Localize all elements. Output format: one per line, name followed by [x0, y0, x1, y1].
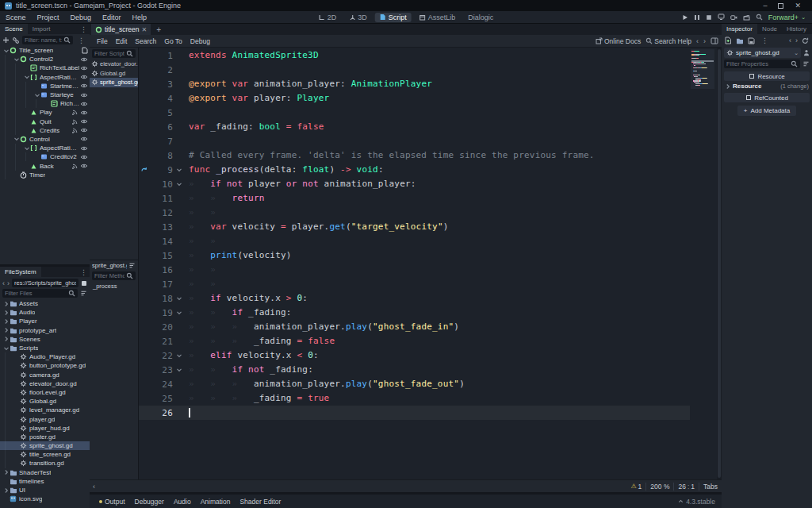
workspace-tab-assetlib[interactable]: AssetLib — [415, 13, 461, 22]
new-scene-tab-button[interactable]: + — [153, 25, 164, 34]
scene-filter-input[interactable]: Filter: name, t:type — [22, 36, 73, 44]
signal-connection-icon[interactable] — [71, 118, 79, 125]
maximize-button[interactable] — [778, 3, 783, 9]
code-area[interactable]: 1extends AnimatedSprite3D23@export var a… — [139, 48, 722, 479]
collapse-arrow-icon[interactable] — [2, 469, 10, 475]
code-line-12[interactable]: 12» » — [139, 206, 690, 220]
scene-node-richtextlabel[interactable]: RichTextLabel — [0, 99, 90, 108]
fs-item-shadertest[interactable]: ShaderTest — [0, 468, 90, 477]
filter-scripts-input[interactable]: Filter Scripts — [92, 49, 136, 58]
tab-history[interactable]: History — [782, 24, 811, 34]
fs-item-player-gd[interactable]: player.gd — [0, 414, 90, 423]
fs-item-global-gd[interactable]: Global.gd — [0, 397, 90, 406]
visibility-eye-icon[interactable] — [80, 145, 88, 152]
minimize-button[interactable]: – — [763, 2, 767, 10]
scene-node-quit[interactable]: Quit — [0, 117, 90, 126]
fs-item-transition-gd[interactable]: transition.gd — [0, 459, 90, 468]
fs-item-ui[interactable]: UI — [0, 486, 90, 495]
signal-connection-icon[interactable] — [71, 127, 79, 134]
bottom-tab-shader-editor[interactable]: Shader Editor — [235, 498, 285, 506]
collapse-arrow-icon[interactable] — [2, 301, 10, 307]
menu-editor[interactable]: Editor — [97, 13, 127, 21]
code-line-22[interactable]: 22» elif velocity.x < 0: — [139, 348, 690, 363]
fs-path-field[interactable]: res://Scripts/sprite_ghost.g — [12, 279, 79, 287]
movie-clapper-button[interactable] — [743, 14, 750, 21]
edited-object-selector[interactable]: sprite_ghost.gd ⌄ — [724, 48, 801, 58]
workspace-tab-3d[interactable]: 3D — [344, 13, 372, 22]
filesystem-menu-dots-icon[interactable]: ⋮ — [78, 268, 90, 276]
fs-forward-button[interactable]: › — [7, 279, 10, 287]
visibility-eye-icon[interactable] — [80, 92, 88, 98]
code-line-19[interactable]: 19» » if _fading: — [139, 306, 690, 320]
menu-help[interactable]: Help — [127, 13, 153, 21]
code-line-4[interactable]: 4@export var player: Player — [139, 91, 690, 106]
zoom-level[interactable]: 200 % — [646, 483, 673, 491]
tab-inspector[interactable]: Inspector — [722, 24, 757, 34]
scene-node-play[interactable]: Play — [0, 108, 90, 117]
resource-section-row[interactable]: Resource (1 change) — [722, 81, 812, 91]
code-line-25[interactable]: 25» » » _fading = true — [139, 391, 690, 406]
close-icon[interactable]: ✕ — [141, 26, 147, 33]
code-line-11[interactable]: 11» » return — [139, 191, 690, 206]
fs-item-elevator-door-gd[interactable]: elevator_door.gd — [0, 379, 90, 388]
workspace-tab-script[interactable]: Script — [375, 13, 412, 22]
fs-item-audio-player-gd[interactable]: Audio_Player.gd — [0, 352, 90, 361]
scene-node-starteye[interactable]: Starteye — [0, 90, 90, 99]
visibility-eye-icon[interactable] — [80, 136, 88, 142]
fs-item-audio[interactable]: Audio — [0, 308, 90, 317]
fs-item-icon-svg[interactable]: icon.svg — [0, 495, 90, 503]
code-line-15[interactable]: 15» print(velocity) — [139, 248, 690, 263]
bottom-tab-debugger[interactable]: Debugger — [130, 498, 169, 506]
scene-node-back[interactable]: Back — [0, 161, 90, 170]
fs-item-poster-gd[interactable]: poster.gd — [0, 433, 90, 441]
tab-node[interactable]: Node — [757, 24, 782, 34]
menu-debug[interactable]: Debug — [65, 13, 98, 21]
method-sort-button[interactable] — [128, 262, 136, 269]
script-item-sprite-ghost-gd[interactable]: sprite_ghost.gd — [90, 78, 138, 87]
bottom-tab-audio[interactable]: Audio — [169, 498, 196, 506]
fs-item-prototype-art[interactable]: prototype_art — [0, 326, 90, 335]
inspector-forward-button[interactable]: › — [795, 37, 798, 44]
fold-arrow-icon[interactable] — [173, 167, 185, 173]
fold-arrow-icon[interactable] — [173, 181, 185, 187]
expand-panel-icon[interactable] — [678, 498, 684, 504]
collapse-arrow-icon[interactable] — [13, 56, 20, 63]
remote-debug-button[interactable] — [718, 13, 725, 21]
visibility-eye-icon[interactable] — [80, 56, 88, 63]
bottom-tab-animation[interactable]: Animation — [196, 498, 236, 506]
filter-methods-input[interactable]: Filter Methods — [92, 271, 136, 280]
script-attached-icon[interactable] — [82, 47, 88, 54]
code-line-23[interactable]: 23» » if not _fading: — [139, 363, 690, 377]
visibility-eye-icon[interactable] — [80, 83, 88, 89]
scene-node-creditcv2[interactable]: Creditcv2 — [0, 152, 90, 161]
code-line-14[interactable]: 14» » — [139, 234, 690, 248]
visibility-eye-icon[interactable] — [80, 163, 88, 169]
visibility-eye-icon[interactable] — [80, 118, 88, 125]
fs-item-level-manager-gd[interactable]: level_manager.gd — [0, 406, 90, 414]
fold-arrow-icon[interactable] — [173, 367, 185, 373]
collapse-arrow-icon[interactable] — [2, 345, 10, 352]
visibility-eye-icon[interactable] — [80, 110, 88, 116]
visibility-eye-icon[interactable] — [80, 74, 88, 80]
workspace-tab-2d[interactable]: 2D — [314, 13, 342, 22]
scene-node-credits[interactable]: Credits — [0, 126, 90, 135]
code-line-18[interactable]: 18» if velocity.x > 0: — [139, 291, 690, 306]
collapse-arrow-icon[interactable] — [2, 336, 10, 342]
script-item-global-gd[interactable]: Global.gd — [90, 69, 138, 79]
fs-item-button-prototype-gd[interactable]: button_prototype.gd — [0, 361, 90, 370]
fold-arrow-icon[interactable] — [173, 310, 185, 316]
code-line-7[interactable]: 7 — [139, 134, 690, 148]
script-menu-debug[interactable]: Debug — [186, 37, 214, 45]
fs-focus-button[interactable] — [81, 280, 87, 287]
history-back-button[interactable]: ‹ — [696, 37, 699, 45]
fs-item-timelines[interactable]: timelines — [0, 477, 90, 486]
collapse-arrow-icon[interactable] — [2, 48, 10, 54]
script-menu-go-to[interactable]: Go To — [160, 37, 186, 45]
scene-menu-dots-icon[interactable]: ⋮ — [75, 37, 87, 44]
fs-item-scripts[interactable]: Scripts — [0, 344, 90, 352]
visibility-eye-icon[interactable] — [80, 127, 88, 133]
tab-scene[interactable]: Scene — [0, 24, 28, 34]
add-metadata-button[interactable]: + Add Metadata — [737, 106, 796, 116]
filter-properties-input[interactable]: Filter Properties — [724, 60, 800, 68]
scene-node-timer[interactable]: Timer — [0, 171, 90, 179]
